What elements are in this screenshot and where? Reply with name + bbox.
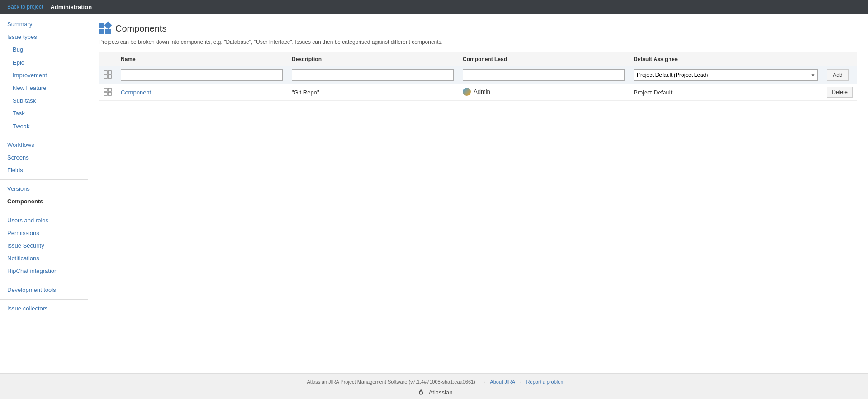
footer-separator-1: · (484, 379, 485, 385)
components-icon (99, 23, 111, 34)
svg-rect-1 (108, 71, 111, 74)
lead-name: Admin (474, 88, 490, 95)
sidebar-item-issue-security[interactable]: Issue Security (0, 239, 88, 252)
sidebar-item-tweak[interactable]: Tweak (0, 120, 88, 133)
sidebar-item-summary[interactable]: Summary (0, 18, 88, 31)
component-row-icon (104, 88, 112, 96)
assignee-select-wrapper: Project Default (Project Lead) ▼ (634, 69, 818, 81)
sidebar-item-new-feature[interactable]: New Feature (0, 82, 88, 94)
col-actions (822, 52, 857, 66)
sidebar-item-dev-tools[interactable]: Development tools (0, 284, 88, 296)
sidebar-item-improvement[interactable]: Improvement (0, 69, 88, 82)
sidebar-item-task[interactable]: Task (0, 107, 88, 120)
sidebar-section-1: Summary Issue types Bug Epic Improvement… (0, 18, 88, 133)
sidebar: Summary Issue types Bug Epic Improvement… (0, 14, 88, 373)
sidebar-section-4: Users and roles Permissions Issue Securi… (0, 214, 88, 278)
sidebar-section-6: Issue collectors (0, 302, 88, 315)
back-to-project-link[interactable]: Back to project (7, 4, 43, 10)
sidebar-item-issue-types[interactable]: Issue types (0, 31, 88, 43)
row-description-cell: "Git Repo" (287, 84, 458, 101)
sidebar-item-screens[interactable]: Screens (0, 151, 88, 164)
add-button-cell: Add (822, 66, 857, 84)
delete-button[interactable]: Delete (827, 87, 853, 98)
col-assignee: Default Assignee (629, 52, 822, 66)
report-problem-link[interactable]: Report a problem (526, 379, 565, 385)
svg-rect-6 (104, 92, 107, 95)
topbar: Back to project Administration (0, 0, 868, 14)
sidebar-item-permissions[interactable]: Permissions (0, 227, 88, 239)
assignee-select-cell: Project Default (Project Lead) ▼ (629, 66, 822, 84)
lead-input[interactable] (463, 69, 625, 81)
add-button[interactable]: Add (827, 69, 848, 81)
footer-separator-2: · (520, 379, 521, 385)
svg-rect-5 (108, 88, 111, 91)
lead-input-cell (458, 66, 629, 84)
svg-rect-4 (104, 88, 107, 91)
footer: Atlassian JIRA Project Management Softwa… (0, 373, 868, 399)
description-input[interactable] (292, 69, 454, 81)
sidebar-item-versions[interactable]: Versions (0, 183, 88, 195)
layout: Summary Issue types Bug Epic Improvement… (0, 14, 868, 373)
sidebar-item-components[interactable]: Components (0, 195, 88, 208)
components-table: Name Description Component Lead Default … (99, 52, 857, 101)
footer-links: Atlassian JIRA Project Management Softwa… (0, 379, 868, 385)
page-header: Components (99, 23, 857, 34)
sidebar-item-issue-collectors[interactable]: Issue collectors (0, 302, 88, 315)
sidebar-item-fields[interactable]: Fields (0, 164, 88, 177)
sidebar-item-workflows[interactable]: Workflows (0, 139, 88, 151)
col-description: Description (287, 52, 458, 66)
table-row: Component "Git Repo" Admin Project Defau… (99, 84, 857, 101)
atlassian-logo: Atlassian (0, 388, 868, 396)
col-icon (99, 52, 116, 66)
atlassian-logo-icon (416, 388, 427, 396)
svg-rect-0 (104, 71, 107, 74)
name-input[interactable] (121, 69, 283, 81)
sidebar-item-epic[interactable]: Epic (0, 56, 88, 69)
about-jira-link[interactable]: About JIRA (490, 379, 515, 385)
assignee-select[interactable]: Project Default (Project Lead) (634, 69, 818, 81)
sidebar-item-users-roles[interactable]: Users and roles (0, 214, 88, 227)
svg-rect-7 (108, 92, 111, 95)
col-name: Name (116, 52, 287, 66)
sidebar-item-hipchat[interactable]: HipChat integration (0, 265, 88, 277)
page-description: Projects can be broken down into compone… (99, 39, 857, 45)
delete-button-cell: Delete (822, 84, 857, 101)
description-input-cell (287, 66, 458, 84)
row-lead-cell: Admin (458, 84, 629, 101)
sidebar-section-5: Development tools (0, 284, 88, 296)
svg-rect-2 (104, 75, 107, 78)
input-row-icon-cell (99, 66, 116, 84)
row-icon-cell (99, 84, 116, 101)
add-component-row: Project Default (Project Lead) ▼ Add (99, 66, 857, 84)
topbar-title: Administration (50, 4, 92, 10)
footer-version: Atlassian JIRA Project Management Softwa… (307, 379, 475, 385)
row-assignee-cell: Project Default (629, 84, 822, 101)
svg-rect-3 (108, 75, 111, 78)
row-name-cell: Component (116, 84, 287, 101)
page-title: Components (115, 23, 166, 34)
table-header-row: Name Description Component Lead Default … (99, 52, 857, 66)
sidebar-item-notifications[interactable]: Notifications (0, 252, 88, 265)
component-icon (104, 70, 112, 79)
avatar-image (463, 88, 471, 96)
sidebar-item-sub-task[interactable]: Sub-task (0, 94, 88, 107)
sidebar-item-bug[interactable]: Bug (0, 43, 88, 56)
name-input-cell (116, 66, 287, 84)
sidebar-section-2: Workflows Screens Fields (0, 139, 88, 177)
lead-avatar: Admin (463, 88, 490, 96)
row-name-link[interactable]: Component (121, 89, 151, 96)
sidebar-section-3: Versions Components (0, 183, 88, 208)
col-lead: Component Lead (458, 52, 629, 66)
atlassian-brand-text: Atlassian (429, 389, 453, 396)
main-content: Components Projects can be broken down i… (88, 14, 868, 373)
